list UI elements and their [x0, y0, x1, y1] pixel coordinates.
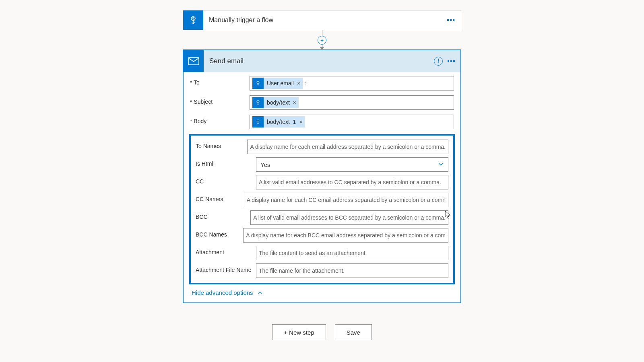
- bcc-input[interactable]: A list of valid email addresses to BCC s…: [250, 210, 448, 225]
- chevron-up-icon: [257, 290, 263, 296]
- action-more-button[interactable]: [448, 60, 455, 62]
- cc-input[interactable]: A list valid email addresses to CC separ…: [256, 175, 448, 189]
- touch-icon: [252, 78, 264, 89]
- label-bcc-names: BCC Names: [196, 228, 243, 238]
- is-html-select[interactable]: Yes: [256, 157, 448, 172]
- label-to: To: [190, 76, 250, 86]
- label-body: Body: [190, 115, 250, 124]
- to-input[interactable]: User email × ;: [250, 76, 454, 90]
- touch-icon: [252, 97, 264, 108]
- mail-icon: [184, 50, 204, 72]
- chevron-down-icon: [438, 161, 444, 169]
- label-attachment: Attachment: [196, 246, 256, 255]
- hide-advanced-toggle[interactable]: Hide advanced options: [190, 284, 454, 302]
- label-attachment-file: Attachment File Name: [196, 263, 256, 273]
- trigger-icon: [183, 10, 203, 30]
- trigger-more-button[interactable]: [441, 10, 461, 30]
- attachment-file-input[interactable]: The file name for the attachement.: [256, 263, 448, 278]
- token-label: User email: [267, 80, 294, 86]
- add-step-inline-button[interactable]: +: [318, 36, 326, 45]
- new-step-button[interactable]: + New step: [272, 324, 326, 340]
- label-cc-names: CC Names: [196, 193, 244, 202]
- token-remove-icon[interactable]: ×: [293, 99, 296, 106]
- svg-rect-1: [188, 58, 199, 65]
- advanced-options-box: To Names A display name for each email a…: [189, 134, 455, 284]
- action-card: Send email i To: [183, 49, 461, 303]
- trigger-title: Manually trigger a flow: [203, 10, 441, 30]
- token-body-text[interactable]: body/text ×: [252, 97, 299, 108]
- cc-names-input[interactable]: A display name for each CC email address…: [244, 193, 448, 207]
- to-input-text: ;: [305, 80, 307, 86]
- label-cc: CC: [196, 175, 256, 185]
- action-header[interactable]: Send email i: [184, 50, 460, 72]
- save-button[interactable]: Save: [335, 324, 372, 340]
- label-is-html: Is Html: [196, 157, 256, 167]
- hide-advanced-label: Hide advanced options: [192, 289, 253, 296]
- trigger-card[interactable]: Manually trigger a flow: [183, 10, 461, 30]
- svg-point-2: [257, 81, 259, 84]
- token-label: body/text: [267, 99, 290, 106]
- subject-input[interactable]: body/text ×: [250, 95, 454, 110]
- body-input[interactable]: body/text_1 ×: [250, 115, 454, 129]
- svg-point-3: [257, 101, 259, 103]
- svg-point-0: [191, 16, 195, 21]
- label-subject: Subject: [190, 95, 250, 105]
- token-user-email[interactable]: User email ×: [252, 78, 303, 89]
- touch-icon: [252, 116, 264, 128]
- bcc-names-input[interactable]: A display name for each BCC email addres…: [243, 228, 448, 243]
- info-icon[interactable]: i: [434, 57, 443, 66]
- to-names-input[interactable]: A display name for each email address se…: [247, 140, 448, 154]
- attachment-input[interactable]: The file content to send as an attacheme…: [256, 246, 448, 260]
- is-html-value: Yes: [260, 161, 270, 168]
- token-remove-icon[interactable]: ×: [297, 80, 300, 86]
- token-remove-icon[interactable]: ×: [299, 119, 302, 125]
- token-label: body/text_1: [267, 119, 296, 125]
- svg-point-4: [257, 120, 259, 122]
- label-bcc: BCC: [196, 210, 250, 220]
- label-to-names: To Names: [196, 140, 247, 149]
- connector: +: [183, 30, 461, 49]
- token-body-text-1[interactable]: body/text_1 ×: [252, 116, 305, 128]
- action-title: Send email: [204, 50, 434, 72]
